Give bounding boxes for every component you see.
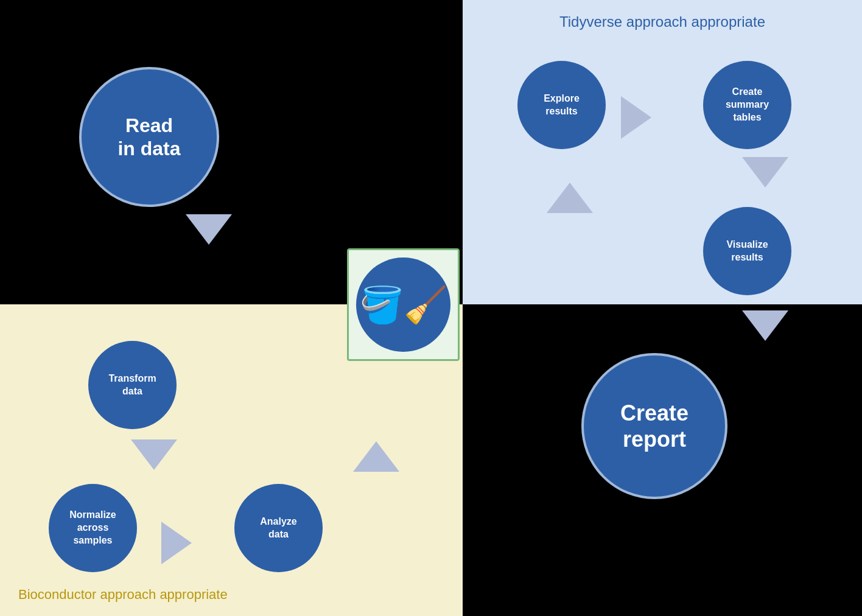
data-wrangling-circle: 🪣🧹 bbox=[356, 257, 450, 352]
bioconductor-label: Bioconductor approach appropriate bbox=[18, 587, 228, 603]
arrow-center-up bbox=[353, 441, 399, 472]
arrow-transform-to-normalize bbox=[131, 439, 177, 470]
create-summary-node: Create summary tables bbox=[703, 61, 791, 149]
explore-results-label: Explore results bbox=[544, 93, 580, 118]
transform-data-node: Transform data bbox=[88, 341, 177, 429]
data-wrangling-box: 🪣🧹 bbox=[347, 248, 460, 361]
transform-data-label: Transform data bbox=[108, 373, 156, 398]
arrow-up-to-explore bbox=[547, 183, 593, 213]
normalize-samples-label: Normalize across samples bbox=[69, 509, 116, 547]
arrow-explore-to-summary bbox=[621, 96, 651, 139]
visualize-results-label: Visualize results bbox=[726, 239, 768, 264]
top-right-quadrant: Tidyverse approach appropriate Explore r… bbox=[463, 0, 862, 304]
visualize-results-node: Visualize results bbox=[703, 207, 791, 295]
arrow-visualize-to-report bbox=[742, 310, 788, 341]
broom-icon: 🪣🧹 bbox=[360, 284, 447, 326]
arrow-summary-to-visualize bbox=[742, 157, 788, 187]
explore-results-node: Explore results bbox=[517, 61, 606, 149]
read-in-data-label: Read in data bbox=[117, 114, 180, 161]
analyze-data-node: Analyze data bbox=[234, 484, 323, 572]
tidyverse-label: Tidyverse approach appropriate bbox=[559, 13, 765, 30]
bottom-right-quadrant: Create report bbox=[463, 304, 862, 616]
normalize-samples-node: Normalize across samples bbox=[49, 484, 137, 572]
create-report-node: Create report bbox=[581, 353, 727, 499]
arrow-read-to-transform bbox=[186, 214, 232, 245]
create-summary-label: Create summary tables bbox=[726, 86, 769, 124]
create-report-label: Create report bbox=[620, 400, 689, 452]
analyze-data-label: Analyze data bbox=[260, 516, 296, 541]
read-in-data-node: Read in data bbox=[79, 67, 219, 207]
arrow-normalize-to-analyze bbox=[161, 522, 192, 564]
